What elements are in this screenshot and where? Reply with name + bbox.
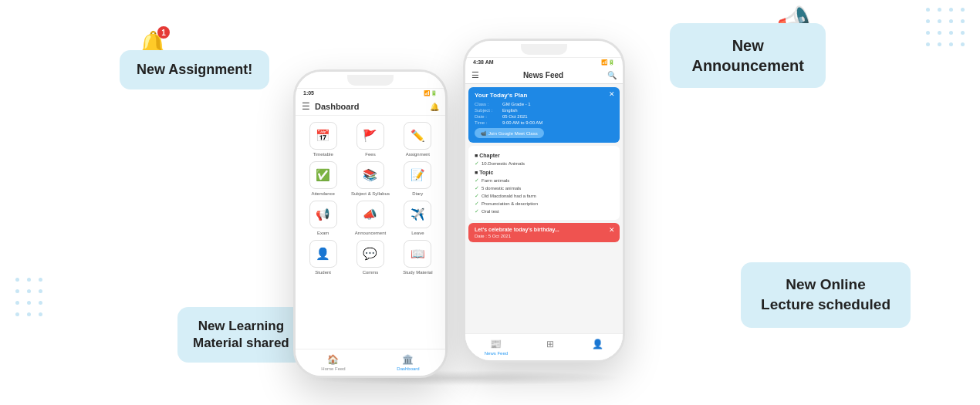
time-value: 9:00 AM to 9:00 AM	[502, 120, 542, 125]
nf-search-icon[interactable]: 🔍	[607, 71, 617, 79]
newsfeed-nav-icon: 📰	[490, 339, 502, 349]
plan-time-row: Time : 9:00 AM to 9:00 AM	[475, 120, 613, 125]
birthday-title: Let's celebrate today's birthday...	[475, 227, 613, 232]
newsfeed-nav-label: News Feed	[485, 351, 508, 356]
profile-nav-icon: 👤	[592, 339, 603, 349]
date-label: Date :	[475, 114, 499, 119]
learning-line2: Material shared	[193, 336, 289, 350]
app-icon: 💬	[357, 240, 384, 268]
phone1-status: 1:05 📶🔋	[296, 89, 445, 98]
app-item[interactable]: 📢 Exam	[302, 201, 344, 235]
phone2-status: 4:38 AM 📶🔋	[465, 58, 623, 67]
topic-text: Old Macdonald had a farm	[482, 194, 536, 198]
birthday-date: Date : 5 Oct 2021	[475, 234, 613, 238]
nav-dashboard-label: Dashboard	[397, 366, 419, 371]
topic-check-icon: ✓	[475, 201, 479, 207]
nav-home-feed[interactable]: 🏠 Home Feed	[321, 354, 345, 371]
topic-check-icon: ✓	[475, 208, 479, 214]
app-grid: 📅 Timetable 🚩 Fees ✏️ Assignment ✅ Atten…	[296, 116, 445, 281]
topic-item: ✓5 domestic animals	[475, 184, 613, 192]
lecture-callout: New Online Lecture scheduled	[741, 262, 911, 328]
phone2-status-icons: 📶🔋	[601, 59, 615, 66]
dashboard-bottom-nav[interactable]: 🏠 Home Feed 🏛️ Dashboard	[296, 349, 445, 376]
dashboard-header: ☰ Dashboard 🔔	[296, 98, 445, 116]
join-meet-button[interactable]: 📹 Join Google Meet Class	[475, 128, 544, 138]
subject-value: English	[502, 108, 518, 113]
app-item[interactable]: 📅 Timetable	[302, 122, 344, 157]
birthday-card: Let's celebrate today's birthday... ✕ Da…	[468, 223, 620, 242]
dashboard-nav-icon: 🏛️	[402, 354, 414, 365]
app-item[interactable]: 📝 Diary	[397, 161, 439, 196]
app-icon: 👤	[309, 240, 337, 268]
assignment-label: New Assignment!	[137, 62, 252, 77]
plan-close-icon[interactable]: ✕	[609, 90, 615, 98]
app-label: Attendance	[311, 191, 334, 196]
topic-text: 5 domestic animals	[482, 186, 521, 191]
meet-icon: 📹	[481, 130, 486, 136]
home-icon: 🏠	[327, 354, 339, 365]
class-value: GM Grade - 1	[502, 102, 531, 106]
topic-check-icon: ✓	[475, 193, 479, 199]
phone2-time: 4:38 AM	[473, 59, 494, 66]
topic-item: ✓Pronunciation & description	[475, 200, 613, 208]
app-item[interactable]: ✈️ Leave	[397, 201, 439, 235]
app-label: Announcement	[355, 231, 386, 235]
app-item[interactable]: ✅ Attendance	[302, 161, 344, 196]
nav-dashboard[interactable]: 🏛️ Dashboard	[397, 354, 419, 371]
nav-home-label: Home Feed	[321, 366, 345, 371]
assignment-callout: New Assignment!	[120, 50, 269, 89]
plan-class-row: Class : GM Grade - 1	[475, 102, 613, 106]
chapter-label: Chapter	[479, 153, 499, 158]
topic-label: Topic	[479, 170, 493, 175]
app-icon: 📖	[404, 240, 431, 268]
app-label: Student	[315, 270, 331, 275]
app-label: Fees	[365, 152, 375, 157]
phones-area: 1:05 📶🔋 ☰ Dashboard 🔔 📅 Timetable 🚩 Fees…	[278, 23, 725, 393]
nav-profile[interactable]: 👤	[592, 339, 603, 356]
app-label: Timetable	[313, 152, 333, 157]
dot-grid-bottom-left	[15, 278, 42, 316]
plan-title: Your Today's Plan	[475, 92, 613, 99]
app-item[interactable]: ✏️ Assignment	[397, 122, 439, 157]
chapter-item: ✓ 10.Domestic Animals	[475, 160, 613, 167]
phone1-status-icons: 📶🔋	[424, 90, 438, 96]
topic-item: ✓Old Macdonald had a farm	[475, 192, 613, 200]
topic-section: ■ Topic	[475, 170, 613, 175]
phone2-top-bar	[465, 41, 623, 58]
time-label: Time :	[475, 120, 499, 125]
nav-newsfeed[interactable]: 📰 News Feed	[485, 339, 508, 356]
phone1-time: 1:05	[303, 90, 314, 96]
topic-text: Oral test	[482, 209, 499, 214]
join-btn-label: Join Google Meet Class	[488, 131, 538, 136]
topic-text: Farm animals	[482, 178, 509, 183]
nav-grid[interactable]: ⊞	[546, 339, 554, 356]
app-item[interactable]: 📖 Study Material	[397, 240, 439, 275]
newsfeed-bottom-nav[interactable]: 📰 News Feed ⊞ 👤	[465, 333, 623, 360]
birthday-close-icon[interactable]: ✕	[609, 226, 615, 234]
topic-check-icon: ✓	[475, 185, 479, 191]
phone-dashboard: 1:05 📶🔋 ☰ Dashboard 🔔 📅 Timetable 🚩 Fees…	[293, 69, 448, 378]
phone2-notch	[521, 44, 567, 55]
learning-line1: New Learning	[198, 319, 284, 333]
topic-item: ✓Oral test	[475, 208, 613, 215]
newsfeed-header: ☰ News Feed 🔍	[465, 67, 623, 84]
app-icon: ✈️	[404, 201, 431, 228]
lecture-line2: Lecture scheduled	[761, 296, 890, 312]
menu-icon: ☰	[302, 101, 310, 112]
app-icon: 📣	[357, 201, 384, 228]
newsfeed-title: News Feed	[483, 71, 603, 79]
newsfeed-screen: ☰ News Feed 🔍 Your Today's Plan ✕ Class …	[465, 67, 623, 363]
app-icon: 🚩	[357, 122, 384, 150]
app-icon: 📝	[404, 161, 431, 189]
app-item[interactable]: 🚩 Fees	[349, 122, 391, 157]
app-item[interactable]: 👤 Student	[302, 240, 344, 275]
app-icon: 📅	[309, 122, 337, 150]
app-item[interactable]: 📚 Subject & Syllabus	[349, 161, 391, 196]
topic-item: ✓Farm animals	[475, 177, 613, 184]
app-icon: 📢	[309, 201, 337, 228]
app-item[interactable]: 💬 Comms	[349, 240, 391, 275]
chapter-item-text: 10.Domestic Animals	[482, 161, 525, 166]
app-item[interactable]: 📣 Announcement	[349, 201, 391, 235]
app-label: Leave	[411, 231, 424, 235]
topics-list: ✓Farm animals✓5 domestic animals✓Old Mac…	[475, 177, 613, 215]
